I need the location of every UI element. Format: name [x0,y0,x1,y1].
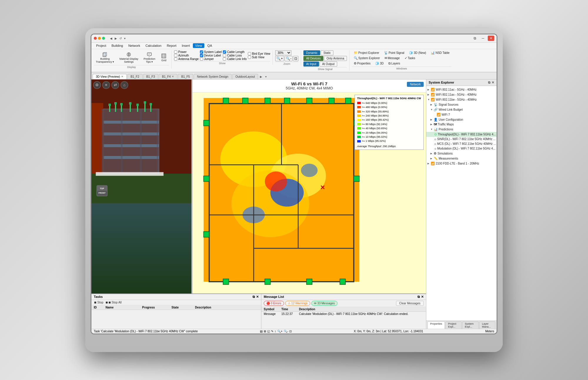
point-signal-button[interactable]: 📡 Point Signal [382,50,406,55]
status-zoom-out[interactable]: 🔍- [284,330,288,333]
tab-b1f5[interactable]: B1_F5 [178,74,193,79]
device-label-checkbox-label[interactable]: Device Label [200,54,222,57]
system-explorer-restore-icon[interactable]: ⧉ [488,81,490,84]
messages-filter-button[interactable]: ✉ 33 Messages [311,301,337,306]
close-button[interactable]: ✕ [488,36,494,41]
dynamic-button[interactable]: Dynamic [303,50,320,55]
tree-item-predictions[interactable]: ▼ 📊 Predictions [426,127,497,132]
tab-arrow-down[interactable]: ▾ [264,74,268,79]
only-antenna-button[interactable]: Only Antenna [324,56,347,61]
zoom-fit-button[interactable]: ⊡ [293,56,298,61]
prediction-tips-button[interactable]: PredictionTips ▾ [141,50,157,64]
tab-b1f4[interactable]: B1_F4 ✕ [159,74,177,79]
device-label-checkbox[interactable] [200,54,203,57]
cable-link-info-checkbox-label[interactable]: Cable Link Info [223,57,247,61]
3d-swap-button[interactable]: ⇄ [111,81,119,89]
bird-eye-checkbox-label[interactable]: Bird Eye View [248,52,270,55]
close-traffic-light[interactable] [94,37,97,40]
tasks-close-icon[interactable]: ✕ [256,295,259,299]
cable-loss-checkbox[interactable] [223,54,226,57]
tree-item-wifi7[interactable]: 📶 WiFi 7 [426,112,497,117]
tab-network-system[interactable]: Network System Design [194,74,232,79]
btab-properties[interactable]: Properties [427,321,445,329]
3d-button[interactable]: 🧊 3D [373,61,385,66]
all-devices-button[interactable]: All Devices [303,56,323,61]
zoom-in-button[interactable]: 🔍+ [275,56,284,61]
maximize-traffic-light[interactable] [102,37,105,40]
tree-item-traffic-maps[interactable]: ▶ 🗺 Traffic Maps [426,122,497,127]
3d-settings-button[interactable]: ⚙ [93,81,101,89]
message-button[interactable]: ✉ Message [383,56,402,61]
3d-new-button[interactable]: 🧊 3D (New) [407,50,428,55]
system-label-checkbox-label[interactable]: System Label [200,50,222,54]
minimize-button[interactable]: ─ [480,36,486,41]
tab-3d-view-close[interactable]: ✕ [121,75,123,78]
dropdown-button[interactable]: ▾ [123,36,126,40]
zoom-out-button[interactable]: 🔍- [285,56,293,61]
sub-view-checkbox[interactable] [248,56,251,59]
back-button[interactable]: ◀ [109,36,113,40]
forward-button[interactable]: ▶ [114,36,118,40]
at-input-button[interactable]: At Input [303,62,319,67]
jumper-checkbox-label[interactable]: Jumper [200,57,222,61]
tree-item-simulations[interactable]: ▶ ⚙ Simulations [426,151,497,156]
material-display-button[interactable]: Material DisplaySettings [117,50,140,64]
tasks-button[interactable]: ✓ Tasks [403,56,417,61]
menu-insert[interactable]: Insert [179,43,192,48]
project-explorer-button[interactable]: 📁 Project Explorer [352,50,381,55]
tab-arrow-right[interactable]: ▶ [259,74,263,79]
layers-button[interactable]: ⧉ Layers [387,61,402,66]
minimize-traffic-light[interactable] [98,37,101,40]
tab-outdoor[interactable]: OutdoorLayout [232,74,258,79]
cable-length-checkbox[interactable] [223,50,226,54]
3d-home-button[interactable]: ⌂ [121,81,128,89]
menu-calculation[interactable]: Calculation [143,43,164,48]
cable-length-checkbox-label[interactable]: Cable Length [223,50,247,54]
cable-link-info-checkbox[interactable] [223,57,226,61]
system-explorer-close-icon[interactable]: ✕ [492,81,494,84]
menu-project[interactable]: Project [94,43,108,48]
status-zoom-in[interactable]: 🔍+ [277,330,283,333]
at-output-button[interactable]: At Output [320,62,337,67]
tree-item-pred-sinr[interactable]: ○ SINR(DL) - WiFi 7 802.11be 5GHz 40MHz … [426,137,497,142]
btab-project-expl[interactable]: Project Expl... [445,321,462,329]
tree-item-measurements[interactable]: ▶ 📏 Measurements [426,156,497,161]
stop-all-button[interactable]: ⏹⏹ Stop All [105,301,122,304]
antenna-range-checkbox[interactable] [174,57,177,61]
up-button[interactable]: ↺ [118,36,123,40]
warnings-filter-button[interactable]: ⚠ 12 Warnings [285,301,310,306]
tree-item-wifi-ax[interactable]: ▶ 📶 WiFi 802.11ax - 5GHz - 40MHz [426,92,497,97]
tree-item-pred-throughput[interactable]: ⊙ Throughput(DL) - WiFi 7 802.11be 5GHz … [426,132,497,137]
clear-messages-button[interactable]: Clear Messages [396,301,424,306]
errors-filter-button[interactable]: 🔴 0 Errors [264,301,284,306]
antenna-range-checkbox-label[interactable]: Antenna Range [174,57,199,61]
system-label-checkbox[interactable] [200,50,203,54]
bird-eye-checkbox[interactable] [248,52,251,55]
stop-button[interactable]: ⏹ Stop [94,301,103,304]
tree-item-pred-modulation[interactable]: ○ Modulation (DL) - WiFi 7 802.11be 5GHz… [426,146,497,151]
tree-item-lte[interactable]: ▶ 📶 2100 FDD-LTE - Band 1 - 20MHz [426,161,497,166]
btab-layer-mana[interactable]: Layer Mana... [479,321,495,329]
message-restore-icon[interactable]: ⧉ [417,295,420,299]
cable-loss-checkbox-label[interactable]: Cable Loss [223,54,247,57]
azimuth-checkbox-label[interactable]: Azimuth [174,54,199,57]
restore-button[interactable]: ⧉ [472,36,478,41]
power-checkbox-label[interactable]: Power [174,50,199,54]
tab-b1f3[interactable]: B1_F3 [143,74,158,79]
tab-b1f2[interactable]: B1_F2 [127,74,142,79]
static-button[interactable]: Static [321,50,333,55]
grid-button[interactable]: Grid [158,52,169,63]
menu-report[interactable]: Report [164,43,179,48]
network-button[interactable]: Network [407,82,424,87]
tree-item-user-config[interactable]: ▶ 👤 User Configuration [426,117,497,122]
jumper-checkbox[interactable] [200,57,203,61]
message-close-icon[interactable]: ✕ [421,295,424,299]
tree-item-pred-mcs[interactable]: ○ MCS (DL) - WiFi 7 802.11be 5GHz 40MHz … [426,142,497,146]
3d-layers-button[interactable]: ≡ [102,81,110,89]
menu-building[interactable]: Building [109,43,125,48]
tree-item-wired-link[interactable]: ▼ 🔗 Wired Link Budget [426,107,497,112]
power-checkbox[interactable] [174,50,177,54]
tree-item-wifi-ac[interactable]: ▶ 📶 WiFi 802.11ac - 5GHz - 40MHz [426,87,497,92]
properties-button[interactable]: ⚙ Properties [352,61,372,66]
menu-qa[interactable]: QA [205,43,214,48]
